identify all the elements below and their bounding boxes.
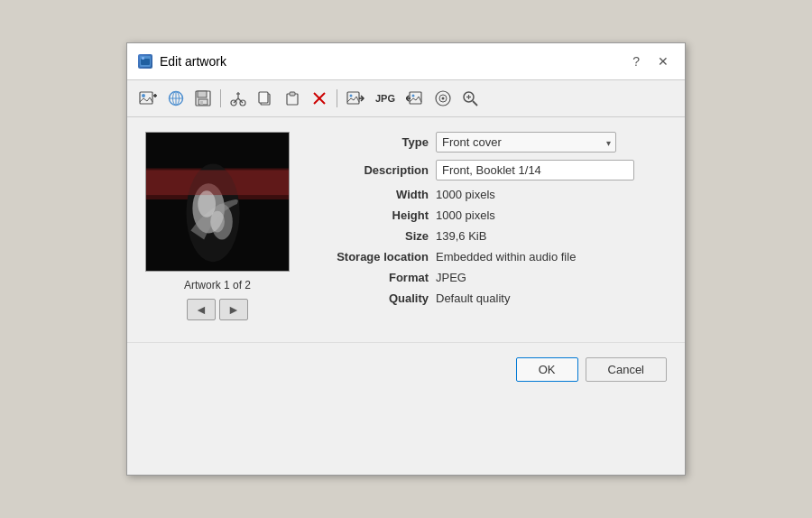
svg-line-37 <box>473 101 477 106</box>
close-button[interactable]: ✕ <box>652 52 674 70</box>
format-row: Format JPEG <box>311 271 667 284</box>
edit-artwork-dialog: Edit artwork ? ✕ <box>126 42 686 476</box>
svg-point-31 <box>412 95 415 97</box>
right-panel: Type Front cover Back cover Artist Band … <box>311 132 667 320</box>
svg-rect-1 <box>141 59 150 65</box>
dialog-title: Edit artwork <box>160 54 226 69</box>
dialog-footer: OK Cancel <box>127 342 685 396</box>
artwork-nav: ◄ ► <box>187 299 248 320</box>
svg-rect-12 <box>198 91 207 97</box>
dialog-icon <box>138 54 152 69</box>
width-label: Width <box>311 188 429 201</box>
format-label: Format <box>311 271 429 284</box>
description-row: Description <box>311 160 667 180</box>
add-image-button[interactable] <box>134 86 161 111</box>
width-row: Width 1000 pixels <box>311 188 667 201</box>
svg-rect-14 <box>200 101 203 105</box>
width-value: 1000 pixels <box>436 188 495 201</box>
cancel-button[interactable]: Cancel <box>586 357 667 382</box>
type-label: Type <box>311 135 429 149</box>
description-label: Description <box>311 163 429 177</box>
storage-label: Storage location <box>311 250 429 264</box>
svg-rect-2 <box>142 57 144 60</box>
ok-button[interactable]: OK <box>516 357 578 382</box>
description-input[interactable] <box>436 160 634 180</box>
toolbar-sep-2 <box>337 89 337 107</box>
svg-rect-22 <box>259 92 268 103</box>
cut-button[interactable] <box>226 86 251 111</box>
artwork-label: Artwork 1 of 2 <box>184 279 251 291</box>
prev-artwork-button[interactable]: ◄ <box>187 299 216 320</box>
toolbar-sep-1 <box>220 89 221 107</box>
quality-row: Quality Default quality <box>311 291 667 305</box>
toolbar: JPG <box>127 80 685 117</box>
height-label: Height <box>311 208 429 222</box>
svg-rect-24 <box>290 92 295 96</box>
size-label: Size <box>311 229 429 243</box>
delete-button[interactable] <box>307 86 332 111</box>
quality-value: Default quality <box>436 291 510 305</box>
size-row: Size 139,6 KiB <box>311 229 667 243</box>
size-value: 139,6 KiB <box>436 229 486 243</box>
storage-row: Storage location Embedded within audio f… <box>311 250 667 264</box>
save-file-button[interactable] <box>190 86 216 111</box>
svg-point-4 <box>142 94 145 97</box>
paste-button[interactable] <box>280 86 305 111</box>
svg-point-28 <box>350 95 353 97</box>
zoom-button[interactable] <box>457 86 483 111</box>
svg-rect-3 <box>140 92 152 104</box>
export-button[interactable] <box>342 86 369 111</box>
format-value: JPEG <box>436 271 466 284</box>
title-bar: Edit artwork ? ✕ <box>127 43 685 80</box>
height-value: 1000 pixels <box>436 208 495 222</box>
next-artwork-button[interactable]: ► <box>219 299 248 320</box>
disk-button[interactable] <box>430 86 456 111</box>
svg-rect-45 <box>146 133 289 271</box>
quality-label: Quality <box>311 291 429 305</box>
type-select[interactable]: Front cover Back cover Artist Band Compo… <box>436 132 616 153</box>
help-button[interactable]: ? <box>627 52 645 70</box>
title-bar-left: Edit artwork <box>138 54 226 69</box>
svg-point-48 <box>210 211 225 233</box>
import-button[interactable] <box>401 86 429 111</box>
copy-button[interactable] <box>253 86 278 111</box>
type-dropdown-wrapper: Front cover Back cover Artist Band Compo… <box>436 132 616 153</box>
svg-rect-46 <box>146 170 289 195</box>
svg-point-35 <box>442 97 445 100</box>
jpg-button[interactable]: JPG <box>371 86 400 111</box>
artwork-preview <box>145 132 290 272</box>
storage-value: Embedded within audio file <box>436 250 576 264</box>
dialog-content: Artwork 1 of 2 ◄ ► Type Front cover Back… <box>127 117 685 335</box>
left-panel: Artwork 1 of 2 ◄ ► <box>145 132 290 320</box>
height-row: Height 1000 pixels <box>311 208 667 222</box>
type-row: Type Front cover Back cover Artist Band … <box>311 132 667 153</box>
title-bar-controls: ? ✕ <box>627 52 674 70</box>
url-button[interactable] <box>163 86 189 111</box>
svg-point-47 <box>198 190 216 217</box>
